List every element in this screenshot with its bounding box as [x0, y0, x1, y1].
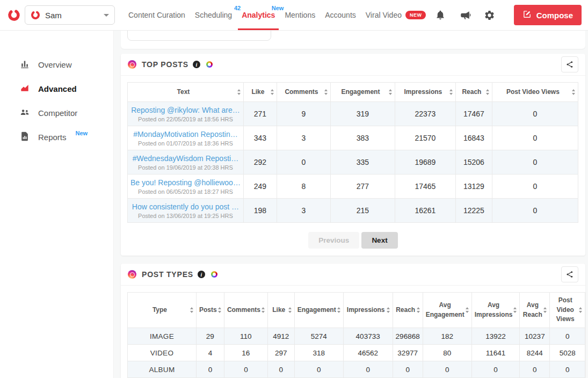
column-header-avg-reach[interactable]: Avg Reach: [520, 293, 550, 328]
top-posts-pagination: Previous Next: [121, 232, 585, 256]
post-video-views-value: 5028: [550, 345, 585, 361]
info-icon[interactable]: [193, 61, 200, 68]
next-button[interactable]: Next: [361, 232, 397, 249]
engagement-value: 319: [330, 102, 395, 126]
sort-icon[interactable]: [543, 307, 547, 313]
type-value: IMAGE: [128, 328, 197, 345]
column-header-like[interactable]: Like: [267, 293, 294, 328]
sort-icon[interactable]: [218, 307, 221, 313]
sort-icon[interactable]: [237, 89, 241, 95]
nav-analytics[interactable]: Analytics New: [237, 0, 280, 30]
column-header-comments[interactable]: Comments: [224, 293, 267, 328]
column-header-reach[interactable]: Reach: [393, 293, 423, 328]
avg-reach-value: 0: [520, 361, 550, 378]
sort-icon[interactable]: [579, 307, 582, 313]
engagement-value: 335: [330, 150, 395, 175]
sort-icon[interactable]: [513, 307, 517, 313]
reach-value: 16843: [455, 126, 492, 150]
column-header-text[interactable]: Text: [128, 83, 244, 102]
engagement-value: 5274: [294, 328, 343, 345]
notifications-bell-icon[interactable]: [434, 9, 446, 21]
filters-card-partial: [121, 31, 585, 49]
nav-accounts[interactable]: Accounts: [320, 0, 361, 30]
previous-button[interactable]: Previous: [308, 232, 359, 249]
date-range-select[interactable]: [127, 31, 271, 41]
sort-icon[interactable]: [387, 307, 390, 313]
post-video-views-value: 0: [492, 199, 578, 223]
primary-nav: Content Curation Scheduling 42 Analytics…: [124, 0, 431, 30]
post-text-link[interactable]: How consistently do you post …: [130, 202, 241, 211]
table-row: #WednesdayWisdom Reposti… Posted on 19/0…: [128, 150, 578, 175]
instagram-icon: [128, 270, 136, 279]
sort-icon[interactable]: [417, 307, 420, 313]
refresh-icon[interactable]: [206, 61, 213, 68]
column-header-reach[interactable]: Reach: [455, 83, 492, 102]
nav-mentions[interactable]: Mentions: [280, 0, 320, 30]
announcements-megaphone-icon[interactable]: [459, 9, 471, 21]
column-header-engagement[interactable]: Engagement: [294, 293, 343, 328]
nav-scheduling[interactable]: Scheduling 42: [190, 0, 237, 30]
top-posts-table: Text Like Comments Engagement Impression…: [127, 82, 578, 223]
column-header-like[interactable]: Like: [243, 83, 277, 102]
sidebar-item-overview[interactable]: Overview: [0, 53, 113, 76]
post-types-header-row: Type Posts Comments Like Engagement Impr…: [128, 293, 585, 328]
nav-content-curation[interactable]: Content Curation: [124, 0, 190, 30]
sort-icon[interactable]: [271, 89, 274, 95]
column-header-impressions[interactable]: Impressions: [395, 83, 455, 102]
column-header-post-video-views[interactable]: Post Video Views: [492, 83, 578, 102]
table-row: ALBUM 0 0 0 0 0 0 0 0 0 0: [128, 361, 585, 378]
avg-impressions-value: 0: [471, 361, 520, 378]
sort-icon[interactable]: [572, 89, 575, 95]
sort-icon[interactable]: [190, 307, 193, 313]
sort-icon[interactable]: [449, 89, 453, 95]
reach-value: 32977: [393, 345, 423, 361]
sort-icon[interactable]: [389, 89, 392, 95]
impressions-value: 0: [343, 361, 393, 378]
post-types-body: IMAGE 29 110 4912 5274 403733 296868 182…: [128, 328, 585, 378]
share-button[interactable]: [561, 56, 578, 72]
column-header-avg-engagement[interactable]: Avg Engagement: [423, 293, 471, 328]
like-value: 271: [243, 102, 277, 126]
column-header-comments[interactable]: Comments: [277, 83, 330, 102]
settings-gear-icon[interactable]: [484, 9, 496, 21]
sort-icon[interactable]: [337, 307, 340, 313]
like-value: 198: [243, 199, 277, 223]
column-header-posts[interactable]: Posts: [196, 293, 224, 328]
post-types-title: POST TYPES: [142, 270, 193, 279]
impressions-value: 21570: [395, 126, 455, 150]
account-selector-dropdown[interactable]: Sam: [25, 5, 115, 25]
reach-value: 13129: [455, 175, 492, 199]
info-icon[interactable]: [198, 271, 205, 278]
analytics-sidebar: Overview Advanced Competitor Reports New: [0, 31, 114, 378]
column-header-engagement[interactable]: Engagement: [330, 83, 395, 102]
post-text-link[interactable]: #MondayMotivation Repostin…: [130, 130, 241, 139]
sidebar-item-reports[interactable]: Reports New: [0, 126, 113, 149]
main-content: TOP POSTS Text Like Comments Engagement …: [114, 31, 588, 378]
engagement-value: 277: [330, 175, 395, 199]
column-header-avg-impressions[interactable]: Avg Impressions: [471, 293, 520, 328]
sort-icon[interactable]: [262, 307, 265, 313]
share-button[interactable]: [561, 266, 578, 282]
refresh-icon[interactable]: [211, 271, 217, 278]
sidebar-item-competitor[interactable]: Competitor: [0, 101, 113, 125]
column-header-impressions[interactable]: Impressions: [343, 293, 393, 328]
active-tab-underline: [238, 28, 279, 30]
sidebar-item-advanced[interactable]: Advanced: [0, 77, 113, 100]
sort-icon[interactable]: [288, 307, 292, 313]
sort-icon[interactable]: [324, 89, 328, 95]
sort-icon[interactable]: [486, 89, 489, 95]
post-text-link[interactable]: Reposting @rikylow: What are…: [130, 106, 241, 114]
comments-value: 9: [277, 102, 330, 126]
impressions-value: 19689: [395, 150, 455, 175]
account-name: Sam: [45, 11, 62, 20]
sort-icon[interactable]: [466, 307, 469, 313]
table-row: Be you! Reposting @holliewoo… Posted on …: [128, 175, 578, 199]
post-text-link[interactable]: #WednesdayWisdom Reposti…: [130, 154, 241, 163]
table-row: Reposting @rikylow: What are… Posted on …: [128, 102, 578, 126]
column-header-type[interactable]: Type: [128, 293, 197, 328]
impressions-value: 403733: [343, 328, 393, 345]
post-text-link[interactable]: Be you! Reposting @holliewoo…: [130, 178, 241, 187]
compose-button[interactable]: Compose: [514, 5, 582, 25]
nav-viral-video[interactable]: Viral Video NEW: [361, 0, 431, 30]
column-header-post-video-views[interactable]: Post Video Views: [550, 293, 585, 328]
